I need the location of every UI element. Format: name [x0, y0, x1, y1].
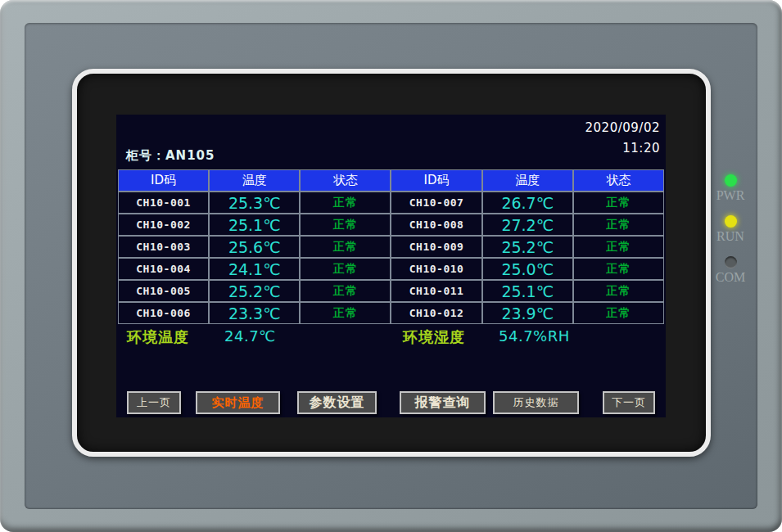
parameter-settings-button[interactable]: 参数设置	[297, 391, 377, 414]
table-cell-id: CH10-012	[391, 303, 481, 323]
date-text: 2020/09/02	[585, 118, 660, 138]
table-header-temperature: 温度	[210, 170, 299, 191]
realtime-temperature-button[interactable]: 实时温度	[196, 391, 280, 414]
table-cell-status: 正常	[301, 237, 390, 257]
table-cell-status: 正常	[574, 259, 663, 279]
table-header-status: 状态	[574, 170, 663, 191]
run-led-label: RUN	[714, 229, 747, 244]
table-cell-id: CH10-008	[391, 214, 481, 235]
table-cell-id: CH10-002	[119, 214, 208, 235]
hmi-device-frame: 2020/09/02 11:20 柜号：AN105 ID码 温度 状态 ID码 …	[0, 0, 782, 532]
ambient-humidity-value: 54.7%RH	[499, 327, 570, 345]
table-cell-temperature: 25.1℃	[210, 214, 299, 235]
pwr-led-label: PWR	[714, 188, 747, 203]
table-cell-temperature: 25.0℃	[483, 259, 572, 279]
datetime-display: 2020/09/02 11:20	[585, 118, 660, 159]
table-cell-id: CH10-006	[119, 303, 208, 323]
time-text: 11:20	[585, 138, 660, 159]
cabinet-label: 柜号：AN105	[126, 148, 215, 164]
table-header-id: ID码	[119, 170, 208, 191]
table-cell-temperature: 25.2℃	[483, 237, 572, 257]
pwr-led-block: PWR	[714, 174, 747, 203]
table-cell-temperature: 25.3℃	[210, 192, 299, 213]
table-cell-temperature: 25.6℃	[210, 237, 299, 257]
run-led-block: RUN	[714, 215, 747, 244]
table-cell-status: 正常	[574, 237, 663, 257]
table-cell-temperature: 24.1℃	[210, 259, 299, 279]
com-led-label: COM	[714, 270, 747, 285]
table-cell-status: 正常	[301, 281, 390, 301]
run-led-icon	[725, 215, 737, 228]
table-cell-temperature: 25.1℃	[483, 281, 572, 301]
com-led-block: COM	[714, 256, 747, 285]
table-cell-temperature: 23.3℃	[210, 303, 299, 323]
alarm-query-button[interactable]: 报警查询	[400, 391, 486, 414]
table-cell-id: CH10-010	[391, 259, 481, 279]
table-cell-status: 正常	[301, 259, 390, 279]
table-cell-id: CH10-005	[119, 281, 208, 301]
prev-page-button[interactable]: 上一页	[127, 391, 181, 414]
table-cell-status: 正常	[301, 214, 390, 235]
status-led-panel: PWR RUN COM	[714, 174, 747, 297]
table-header-temperature: 温度	[483, 170, 572, 191]
ambient-temperature-value: 24.7℃	[224, 327, 276, 345]
table-cell-status: 正常	[574, 303, 663, 323]
channel-table: ID码 温度 状态 ID码 温度 状态 CH10-001 25.3℃ 正常 CH…	[118, 169, 664, 324]
table-cell-status: 正常	[574, 214, 663, 235]
table-cell-status: 正常	[301, 192, 390, 213]
table-cell-temperature: 27.2℃	[483, 214, 572, 235]
ambient-readings: 环境温度 24.7℃ 环境湿度 54.7%RH	[116, 327, 666, 350]
table-cell-temperature: 23.9℃	[483, 303, 572, 323]
table-cell-status: 正常	[574, 192, 663, 213]
ambient-humidity-label: 环境湿度	[403, 327, 465, 347]
table-cell-id: CH10-011	[391, 281, 481, 301]
history-data-button[interactable]: 历史数据	[493, 391, 579, 414]
table-cell-id: CH10-003	[119, 237, 208, 257]
table-cell-id: CH10-004	[119, 259, 208, 279]
table-cell-status: 正常	[574, 281, 663, 301]
table-cell-id: CH10-007	[391, 192, 481, 213]
table-header-id: ID码	[391, 170, 481, 191]
table-cell-temperature: 26.7℃	[483, 192, 572, 213]
table-cell-id: CH10-001	[119, 192, 208, 213]
ambient-temperature-label: 环境温度	[127, 327, 189, 347]
next-page-button[interactable]: 下一页	[603, 391, 655, 414]
table-header-status: 状态	[301, 170, 390, 191]
pwr-led-icon	[725, 174, 737, 187]
lcd-screen: 2020/09/02 11:20 柜号：AN105 ID码 温度 状态 ID码 …	[116, 115, 666, 417]
table-cell-status: 正常	[301, 303, 390, 323]
com-led-icon	[725, 256, 737, 268]
table-cell-temperature: 25.2℃	[210, 281, 299, 301]
table-cell-id: CH10-009	[391, 237, 481, 257]
